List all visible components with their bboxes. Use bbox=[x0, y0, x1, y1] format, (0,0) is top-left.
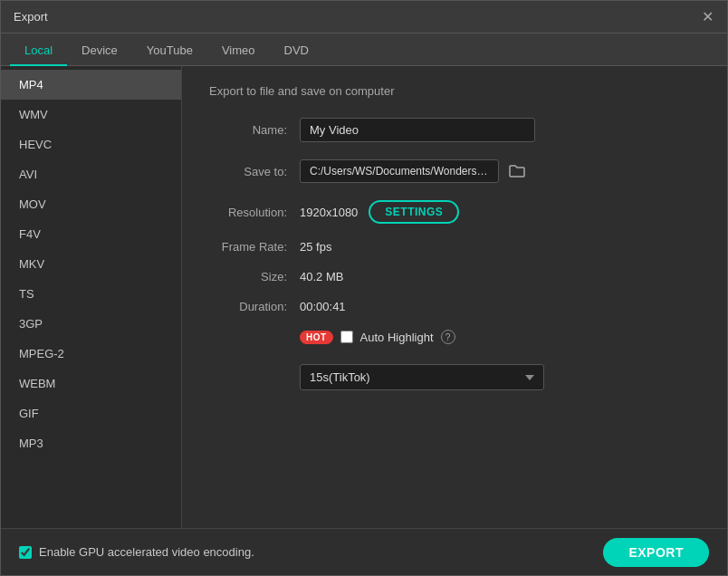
resolution-controls: 1920x1080 SETTINGS bbox=[300, 200, 459, 224]
resolution-value: 1920x1080 bbox=[300, 206, 358, 219]
dialog-title: Export bbox=[14, 10, 48, 24]
frame-rate-label: Frame Rate: bbox=[209, 240, 300, 254]
panel-subtitle: Export to file and save on computer bbox=[209, 84, 700, 98]
format-sidebar: MP4 WMV HEVC AVI MOV F4V MKV TS 3GP MPEG… bbox=[1, 66, 182, 528]
settings-button[interactable]: SETTINGS bbox=[369, 200, 459, 224]
sidebar-item-f4v[interactable]: F4V bbox=[1, 219, 181, 249]
sidebar-item-webm[interactable]: WEBM bbox=[1, 369, 181, 398]
resolution-row: Resolution: 1920x1080 SETTINGS bbox=[209, 200, 700, 224]
size-row: Size: 40.2 MB bbox=[209, 270, 700, 283]
duration-value: 00:00:41 bbox=[300, 300, 700, 313]
tab-youtube[interactable]: YouTube bbox=[132, 36, 207, 66]
save-to-input[interactable] bbox=[300, 159, 499, 183]
settings-panel: Export to file and save on computer Name… bbox=[182, 66, 727, 528]
auto-highlight-controls: HOT Auto Highlight ? bbox=[300, 330, 455, 344]
name-label: Name: bbox=[209, 123, 300, 137]
save-to-label: Save to: bbox=[209, 165, 300, 178]
sidebar-item-ts[interactable]: TS bbox=[1, 279, 181, 309]
sidebar-item-gif[interactable]: GIF bbox=[1, 398, 181, 428]
sidebar-item-mp3[interactable]: MP3 bbox=[1, 428, 181, 458]
sidebar-item-mp4[interactable]: MP4 bbox=[1, 70, 181, 100]
tab-local[interactable]: Local bbox=[10, 36, 67, 66]
sidebar-item-hevc[interactable]: HEVC bbox=[1, 130, 181, 159]
sidebar-item-avi[interactable]: AVI bbox=[1, 159, 181, 189]
sidebar-item-mpeg2[interactable]: MPEG-2 bbox=[1, 339, 181, 369]
help-icon[interactable]: ? bbox=[441, 330, 455, 344]
auto-highlight-checkbox[interactable] bbox=[340, 331, 353, 343]
tab-device[interactable]: Device bbox=[67, 36, 132, 66]
main-content: MP4 WMV HEVC AVI MOV F4V MKV TS 3GP MPEG… bbox=[1, 66, 727, 528]
sidebar-item-wmv[interactable]: WMV bbox=[1, 100, 181, 130]
duration-row: Duration: 00:00:41 bbox=[209, 300, 700, 313]
frame-rate-value: 25 fps bbox=[300, 240, 700, 254]
sidebar-item-mkv[interactable]: MKV bbox=[1, 249, 181, 279]
close-button[interactable]: ✕ bbox=[700, 10, 714, 24]
size-value: 40.2 MB bbox=[300, 270, 700, 283]
name-row: Name: bbox=[209, 118, 700, 142]
name-input[interactable] bbox=[300, 118, 535, 142]
gpu-checkbox[interactable] bbox=[19, 546, 32, 559]
frame-rate-row: Frame Rate: 25 fps bbox=[209, 240, 700, 254]
resolution-label: Resolution: bbox=[209, 206, 300, 219]
tab-dvd[interactable]: DVD bbox=[270, 36, 323, 66]
highlight-duration-select[interactable]: 15s(TikTok) 30s(Instagram) 60s(YouTube) … bbox=[300, 364, 544, 390]
gpu-option-row: Enable GPU accelerated video encoding. bbox=[19, 545, 254, 559]
gpu-label: Enable GPU accelerated video encoding. bbox=[39, 545, 254, 559]
tab-bar: Local Device YouTube Vimeo DVD bbox=[1, 34, 727, 66]
duration-label: Duration: bbox=[209, 300, 300, 313]
auto-highlight-row: HOT Auto Highlight ? bbox=[209, 330, 700, 344]
title-bar: Export ✕ bbox=[1, 1, 727, 34]
tab-vimeo[interactable]: Vimeo bbox=[207, 36, 270, 66]
highlight-duration-row: 15s(TikTok) 30s(Instagram) 60s(YouTube) … bbox=[209, 364, 700, 390]
size-label: Size: bbox=[209, 270, 300, 283]
auto-highlight-label: Auto Highlight bbox=[360, 331, 434, 344]
export-button[interactable]: EXPORT bbox=[603, 538, 709, 567]
bottom-bar: Enable GPU accelerated video encoding. E… bbox=[1, 528, 727, 575]
save-to-row: Save to: bbox=[209, 158, 700, 184]
sidebar-item-mov[interactable]: MOV bbox=[1, 189, 181, 219]
hot-badge: HOT bbox=[300, 331, 333, 344]
browse-folder-button[interactable] bbox=[504, 158, 530, 184]
export-dialog: Export ✕ Local Device YouTube Vimeo DVD … bbox=[0, 0, 728, 576]
sidebar-item-3gp[interactable]: 3GP bbox=[1, 309, 181, 339]
